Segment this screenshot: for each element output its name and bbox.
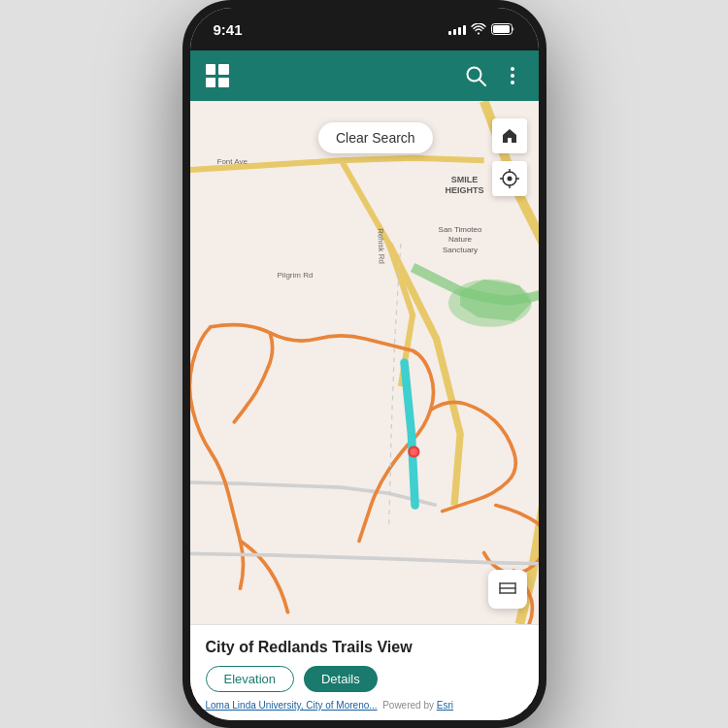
home-button[interactable] — [492, 118, 527, 153]
svg-point-6 — [511, 81, 514, 84]
status-time: 9:41 — [214, 21, 243, 38]
wifi-icon — [471, 23, 486, 35]
rehisk-rd-label: Rehisk Rd — [376, 228, 385, 264]
svg-point-10 — [410, 448, 416, 455]
esri-link[interactable]: Esri — [437, 700, 453, 711]
action-buttons: Elevation Details — [206, 666, 523, 692]
trail-title: City of Redlands Trails View — [206, 639, 523, 656]
attribution-left: Loma Linda University, City of Moreno... — [206, 700, 378, 711]
home-icon — [501, 127, 518, 145]
location-button[interactable] — [492, 161, 527, 196]
header-left — [206, 64, 229, 87]
search-icon[interactable] — [465, 65, 486, 86]
svg-point-5 — [511, 74, 514, 78]
map-svg — [190, 101, 539, 624]
san-timoteo-label: San TimoteoNatureSanctuary — [439, 225, 482, 255]
map-container[interactable]: Font Ave Pilgrim Rd SMILEHEIGHTS San Tim… — [190, 101, 539, 624]
app-header — [190, 50, 539, 101]
details-button[interactable]: Details — [304, 666, 378, 692]
smile-heights-label: SMILEHEIGHTS — [445, 175, 483, 196]
attribution-text: Loma Linda University, City of Moreno...… — [206, 700, 523, 711]
pilgrim-rd-label: Pilgrim Rd — [278, 271, 314, 280]
svg-line-3 — [479, 80, 485, 86]
signal-icon — [448, 23, 466, 35]
svg-point-4 — [511, 67, 514, 71]
bottom-panel: City of Redlands Trails View Elevation D… — [190, 624, 539, 720]
location-icon — [500, 169, 519, 188]
phone-inner: 9:41 — [190, 8, 539, 720]
font-ave-label: Font Ave — [217, 157, 248, 166]
phone-notch — [306, 0, 422, 27]
svg-rect-1 — [493, 25, 510, 33]
grid-menu-icon[interactable] — [206, 64, 229, 87]
clear-search-button[interactable]: Clear Search — [318, 122, 433, 153]
more-options-icon[interactable] — [502, 65, 523, 86]
home-indicator — [306, 716, 422, 720]
status-icons — [448, 23, 515, 35]
list-button[interactable] — [488, 570, 527, 609]
header-right — [465, 65, 523, 86]
svg-point-12 — [507, 177, 512, 182]
list-icon — [498, 581, 517, 597]
battery-icon — [491, 23, 515, 35]
elevation-button[interactable]: Elevation — [206, 666, 294, 692]
phone-frame: 9:41 — [182, 0, 546, 728]
